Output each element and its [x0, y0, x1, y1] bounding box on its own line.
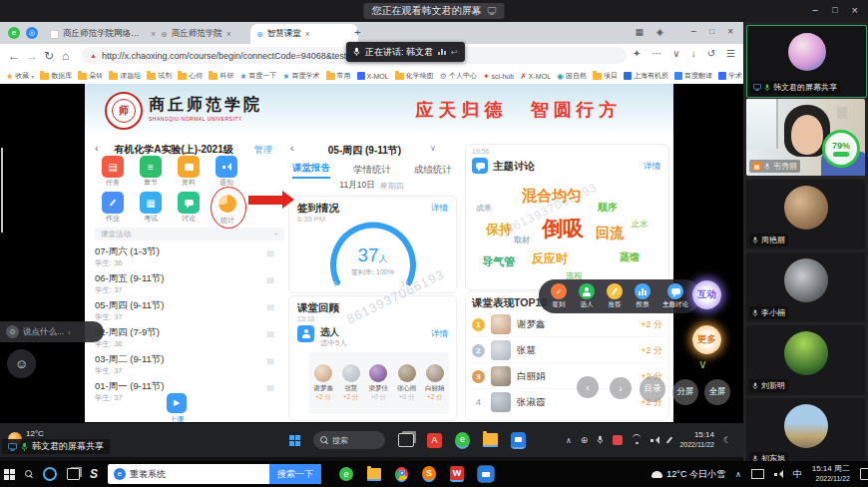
toolbar-pick-button[interactable]: 选人 — [579, 283, 595, 309]
participant-tile-share[interactable]: 韩文君的屏幕共享 — [746, 25, 867, 98]
start-icon[interactable] — [289, 435, 300, 446]
list-item[interactable]: 02-周四 (7-9节)学生: 36▤ — [95, 326, 276, 349]
app-tasks[interactable]: ▤任务 — [102, 156, 124, 188]
student[interactable]: 梁梦佳+0 分 — [368, 364, 388, 402]
start-class-button[interactable]: ▶ 上课 — [167, 393, 187, 422]
session-menu-icon[interactable]: ▤ — [266, 383, 274, 392]
tab-class-report[interactable]: 课堂报告 — [292, 162, 330, 179]
fullscreen-button[interactable]: 全屏 — [704, 379, 730, 405]
session-dropdown-icon[interactable]: ∨ — [430, 144, 436, 153]
home-icon[interactable]: ⌂ — [62, 49, 69, 63]
bookmark-item[interactable]: ✗X-MOL — [520, 72, 551, 81]
meeting-app-icon[interactable] — [478, 466, 494, 482]
browser-minimize-icon[interactable]: − — [690, 26, 696, 37]
clock[interactable]: 15:142022/11/22 — [679, 430, 714, 450]
session-menu-icon[interactable]: ▤ — [266, 248, 274, 257]
bookmark-item[interactable]: 试剂 — [147, 71, 172, 81]
task-view-icon[interactable] — [398, 433, 414, 447]
bookmark-favorites[interactable]: ★收藏▾ — [6, 71, 34, 81]
forward-icon[interactable]: → — [26, 49, 38, 63]
browser-shield-icon[interactable]: ◈ — [656, 27, 663, 37]
collapse-chevron-icon[interactable]: ∨ — [698, 357, 707, 371]
student[interactable]: 白丽娟+2 分 — [425, 364, 445, 402]
toolbar-signin-button[interactable]: ✓签到 — [551, 283, 567, 309]
site-warning-icon[interactable]: ▲ — [90, 52, 97, 59]
tab-learning-stats[interactable]: 学情统计 — [353, 164, 391, 177]
news-search-widget[interactable]: e 重装系统 搜索一下 — [108, 464, 321, 484]
tray-red-app-icon[interactable] — [613, 435, 623, 445]
wps-icon[interactable]: W — [450, 466, 464, 482]
minimize-icon[interactable]: − — [812, 4, 818, 16]
toolbar-quiz-button[interactable]: 抢答 — [607, 283, 623, 309]
pinned-extension-icon[interactable]: ◎ — [26, 27, 38, 39]
reload-icon[interactable]: ↻ — [44, 49, 54, 63]
bookmark-item[interactable]: 科研 — [209, 71, 233, 81]
bookmark-item[interactable]: 常用 — [326, 71, 351, 81]
session-menu-icon[interactable]: ▤ — [266, 329, 274, 338]
collapse-left-icon[interactable]: ‹ — [68, 327, 71, 337]
download-icon[interactable]: ↓ — [691, 48, 696, 59]
bookmark-item[interactable]: ✦sci-hub — [483, 72, 514, 81]
table-row[interactable]: 3 白丽娟 +2 分 — [472, 364, 662, 389]
signin-detail-link[interactable]: 详情 — [431, 203, 448, 215]
sogou-icon[interactable]: S — [422, 466, 436, 482]
back-icon[interactable]: ← — [8, 49, 20, 63]
file-explorer-icon[interactable] — [367, 468, 381, 481]
toolbar-discussion-button[interactable]: 主题讨论 — [662, 283, 688, 309]
app-notice[interactable]: 通知 — [216, 156, 237, 188]
participant-tile[interactable]: 刘新明 — [746, 325, 865, 395]
plus-icon[interactable]: + — [273, 230, 278, 239]
chat-quick-bar[interactable]: ☺ 说点什么... ‹ — [0, 321, 104, 342]
speaker-icon[interactable] — [651, 436, 659, 445]
tray-expand-icon[interactable]: ∧ — [735, 470, 741, 479]
menu-icon[interactable]: ☰ — [726, 48, 735, 59]
app-materials[interactable]: 资料 — [178, 156, 200, 188]
input-mode-badge[interactable]: 中 — [793, 468, 802, 481]
new-tab-icon[interactable]: + — [354, 26, 360, 38]
history-icon[interactable]: ↺ — [707, 48, 715, 59]
acrobat-icon[interactable]: A — [427, 433, 442, 448]
browser-close-icon[interactable]: × — [727, 26, 733, 37]
browser-logo-icon[interactable]: e — [8, 27, 20, 39]
tab-smart-classroom[interactable]: ⊕ 智慧课堂 × — [250, 24, 358, 44]
session-menu-icon[interactable]: ▤ — [266, 356, 274, 365]
app-chapters[interactable]: ≡章节 — [140, 156, 162, 188]
review-detail-link[interactable]: 详情 — [431, 328, 448, 340]
tab-close-icon[interactable]: × — [305, 29, 310, 39]
list-item[interactable]: 03-周二 (9-11节)学生: 37▤ — [95, 353, 276, 376]
search-icon[interactable] — [25, 470, 33, 478]
participant-tile[interactable]: 初东旭 — [746, 398, 865, 468]
bookmark-item[interactable]: 项目 — [593, 71, 618, 81]
app-homework[interactable]: 作业 — [102, 192, 124, 224]
toc-button[interactable]: 目录 — [640, 376, 665, 402]
scrollbar[interactable] — [1, 148, 3, 233]
browser-apps-icon[interactable]: ▦ — [635, 27, 644, 37]
bookmark-item[interactable]: 心得 — [178, 71, 203, 81]
interact-button[interactable]: 互动 — [692, 280, 721, 309]
reaction-bubble-button[interactable]: ☺ — [7, 349, 36, 378]
participant-tile[interactable]: 周艳丽 — [746, 180, 865, 249]
app-exam[interactable]: ▦考试 — [140, 192, 162, 224]
display-icon[interactable] — [751, 469, 764, 479]
pen-input-icon[interactable] — [666, 436, 673, 443]
more-button[interactable]: 更多 — [692, 325, 721, 354]
bookmark-item[interactable]: ★百度学术 — [282, 71, 319, 81]
speaker-icon[interactable] — [774, 470, 783, 479]
activity-filter-bar[interactable]: 课堂活动 + — [95, 228, 284, 241]
maximize-icon[interactable]: □ — [832, 5, 837, 15]
bookmark-item[interactable]: ★百度一下 — [239, 71, 276, 81]
student[interactable]: 谢梦鑫+2 分 — [313, 364, 333, 402]
taskbar-search[interactable]: 搜索 — [313, 431, 385, 449]
bookmark-item[interactable]: 数据库 — [40, 71, 72, 81]
discussion-detail-link[interactable]: 详情 — [644, 161, 660, 173]
participant-tile-video[interactable]: ▦ 韦秀丽 79% — [746, 99, 865, 176]
table-row[interactable]: 2 张慧 +2 分 — [472, 338, 662, 363]
toolbar-vote-button[interactable]: 投票 — [635, 283, 651, 309]
bookmark-item[interactable]: ◉国自然 — [557, 71, 587, 81]
split-screen-button[interactable]: 分屏 — [672, 379, 698, 405]
participant-tile[interactable]: 李小楠 — [746, 252, 865, 322]
student[interactable]: 张慧+2 分 — [342, 364, 360, 402]
emoji-icon[interactable]: ☺ — [6, 325, 19, 338]
start-icon[interactable] — [4, 469, 15, 480]
tab-grade-stats[interactable]: 成绩统计 — [414, 164, 452, 177]
